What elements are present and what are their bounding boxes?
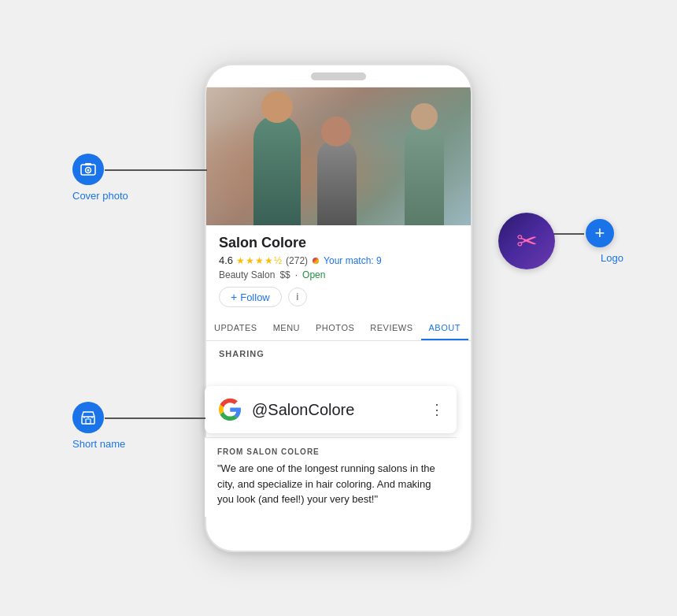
from-section: FROM SALON COLORE "We are one of the lon… xyxy=(205,437,457,517)
storefront-icon xyxy=(80,410,96,425)
svg-point-3 xyxy=(87,169,90,172)
sharing-section: SHARING xyxy=(206,341,471,363)
follow-row: + Follow i xyxy=(219,287,458,307)
info-icon: i xyxy=(296,291,298,302)
business-meta: Beauty Salon $$ · Open xyxy=(219,269,458,280)
plus-icon: + xyxy=(595,223,605,243)
short-name-label: Short name xyxy=(72,438,125,450)
sharing-label: SHARING xyxy=(219,349,458,358)
open-status: Open xyxy=(302,269,325,280)
your-match: Your match: 9 xyxy=(324,255,382,266)
cover-photo-icon-bubble xyxy=(72,154,104,185)
short-name-annotation-line xyxy=(105,417,205,419)
logo-annotation-label: Logo xyxy=(601,252,623,264)
figure-2 xyxy=(317,139,357,225)
phone-top-bar xyxy=(206,65,471,87)
figure-3 xyxy=(405,123,444,225)
cover-photo xyxy=(206,87,471,225)
tab-menu[interactable]: MENU xyxy=(265,317,308,340)
category: Beauty Salon xyxy=(219,269,275,280)
figure-1 xyxy=(253,115,301,225)
tab-photos[interactable]: PHOTOS xyxy=(308,317,362,340)
tab-about[interactable]: ABOUT xyxy=(421,317,468,340)
business-info: Salon Colore 4.6 ★★★★½ (272) Your match:… xyxy=(206,225,471,307)
price: $$ xyxy=(279,269,290,280)
short-name-annotation: Short name xyxy=(72,402,125,450)
svg-rect-2 xyxy=(85,163,91,165)
short-name-icon-bubble xyxy=(72,402,104,433)
phone-notch xyxy=(311,72,366,80)
rating-row: 4.6 ★★★★½ (272) Your match: 9 xyxy=(219,254,458,266)
from-title: FROM SALON COLORE xyxy=(217,447,444,456)
logo-circle: ✂ xyxy=(498,213,555,269)
logo-add-button[interactable]: + xyxy=(586,219,614,247)
svg-rect-5 xyxy=(86,419,91,424)
plus-icon: + xyxy=(231,291,237,303)
tab-reviews[interactable]: REVIEWS xyxy=(362,317,420,340)
follow-label: Follow xyxy=(240,291,270,303)
short-name-card: @SalonColore ⋮ xyxy=(205,386,457,433)
info-button[interactable]: i xyxy=(288,288,307,306)
camera-icon xyxy=(80,161,96,177)
business-name: Salon Colore xyxy=(219,235,458,251)
rating-number: 4.6 xyxy=(219,254,233,266)
separator: · xyxy=(295,269,298,280)
follow-button[interactable]: + Follow xyxy=(219,287,282,307)
cover-photo-annotation: Cover photo xyxy=(72,154,128,202)
cover-photo-label: Cover photo xyxy=(72,190,128,202)
tab-bar: UPDATES MENU PHOTOS REVIEWS ABOUT xyxy=(206,317,471,341)
scene: Salon Colore 4.6 ★★★★½ (272) Your match:… xyxy=(0,0,677,616)
tab-updates[interactable]: UPDATES xyxy=(206,317,265,340)
google-dot xyxy=(313,258,319,264)
cover-photo-annotation-line xyxy=(105,169,207,171)
scissors-icon: ✂ xyxy=(516,226,538,256)
review-count: (272) xyxy=(286,255,308,266)
short-name-text: @SalonColore xyxy=(252,401,420,419)
stars: ★★★★½ xyxy=(236,255,283,266)
google-logo xyxy=(217,397,242,422)
three-dots-menu[interactable]: ⋮ xyxy=(430,401,444,418)
from-quote: "We are one of the longest running salon… xyxy=(217,461,444,507)
